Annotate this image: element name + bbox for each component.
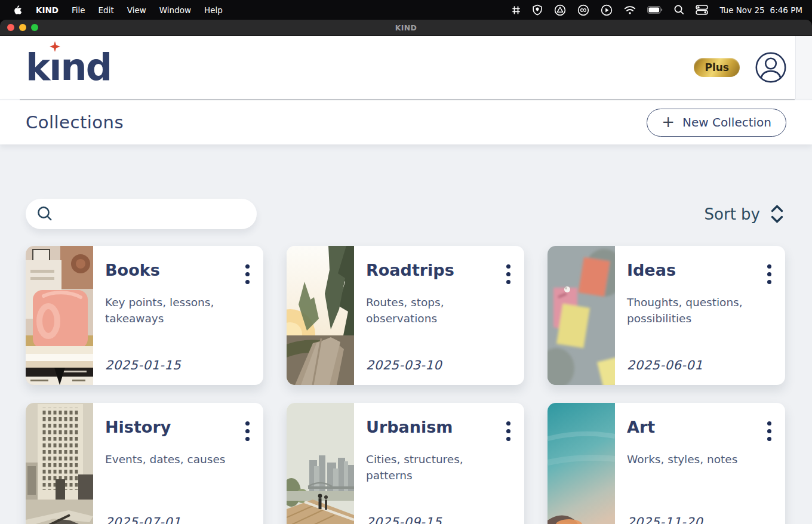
card-date: 2025-03-10 — [366, 358, 442, 372]
apple-menu[interactable] — [8, 5, 29, 15]
collection-card-history[interactable]: History Events, dates, causes 2025-07-01 — [26, 403, 263, 524]
wifi-icon[interactable] — [624, 5, 636, 15]
card-title: Books — [105, 261, 160, 279]
shield-icon[interactable] — [532, 4, 543, 16]
menubar-date: Tue Nov 25 — [719, 5, 764, 15]
logo-text-post: nd — [61, 49, 112, 86]
card-date: 2025-06-01 — [627, 358, 703, 372]
menu-edit[interactable]: Edit — [92, 5, 121, 15]
triangle-circle-icon[interactable] — [554, 4, 566, 16]
plus-plan-badge[interactable]: Plus — [694, 58, 740, 77]
window-title-bar: KIND — [0, 20, 812, 36]
card-title: Ideas — [627, 261, 676, 279]
card-title: History — [105, 418, 171, 436]
menubar-clock[interactable]: Tue Nov 25 6:46 PM — [719, 5, 802, 15]
window-title-bar-band: KIND — [0, 20, 812, 36]
keyboard-app-icon[interactable] — [512, 5, 521, 15]
card-cover-history — [26, 403, 93, 524]
menu-view[interactable]: View — [121, 5, 153, 15]
kind-logo[interactable]: kınd — [26, 49, 111, 86]
app-header: kınd Plus — [0, 36, 812, 99]
user-avatar-icon — [755, 52, 786, 83]
card-menu-button[interactable] — [500, 261, 512, 288]
window-title: KIND — [395, 23, 417, 32]
card-cover-roadtrips — [287, 246, 354, 385]
card-menu-button[interactable] — [761, 418, 773, 445]
menu-file[interactable]: File — [65, 5, 92, 15]
sort-by-label: Sort by — [705, 205, 760, 223]
card-cover-urbanism — [287, 403, 354, 524]
collection-card-art[interactable]: Art Works, styles, notes 2025-11-20 — [548, 403, 785, 524]
menu-app-name[interactable]: KIND — [29, 5, 65, 15]
card-description: Works, styles, notes — [627, 451, 773, 467]
card-cover-art — [548, 403, 615, 524]
sparkle-star-icon — [50, 41, 60, 52]
card-date: 2025-07-01 — [105, 515, 181, 524]
card-description: Cities, structures, patterns — [366, 451, 512, 483]
card-title: Urbanism — [366, 418, 453, 436]
card-title: Art — [627, 418, 655, 436]
collection-card-urbanism[interactable]: Urbanism Cities, structures, patterns 20… — [287, 403, 524, 524]
card-menu-button[interactable] — [239, 261, 251, 288]
card-date: 2025-09-15 — [366, 515, 442, 524]
minimize-window-button[interactable] — [19, 24, 26, 31]
card-description: Routes, stops, observations — [366, 294, 512, 326]
menu-window[interactable]: Window — [153, 5, 198, 15]
logo-text-i: ı — [49, 49, 60, 86]
card-title: Roadtrips — [366, 261, 454, 279]
plus-icon: + — [662, 114, 675, 130]
battery-icon[interactable] — [647, 6, 663, 14]
card-date: 2025-01-15 — [105, 358, 181, 372]
collection-card-roadtrips[interactable]: Roadtrips Routes, stops, observations 20… — [287, 246, 524, 385]
collection-card-books[interactable]: Books Key points, lessons, takeaways 202… — [26, 246, 263, 385]
macos-menu-bar: KIND File Edit View Window Help — [0, 0, 812, 20]
spotlight-icon[interactable] — [674, 5, 684, 15]
search-input[interactable] — [26, 199, 257, 229]
card-cover-books — [26, 246, 93, 385]
card-cover-ideas — [548, 246, 615, 385]
collections-grid: Books Key points, lessons, takeaways 202… — [0, 246, 812, 524]
creative-cloud-icon[interactable] — [577, 4, 589, 16]
control-center-icon[interactable] — [696, 5, 708, 15]
card-description: Key points, lessons, takeaways — [105, 294, 251, 326]
zoom-window-button[interactable] — [31, 24, 38, 31]
card-menu-button[interactable] — [500, 418, 512, 445]
card-description: Thoughts, questions, possibilities — [627, 294, 773, 326]
main-content: Sort by — [0, 179, 812, 524]
scrollbar-gutter — [795, 36, 812, 99]
new-collection-label: New Collection — [682, 115, 771, 130]
card-menu-button[interactable] — [239, 418, 251, 445]
logo-text-pre: k — [26, 49, 49, 86]
page-title: Collections — [26, 112, 124, 132]
collection-card-ideas[interactable]: Ideas Thoughts, questions, possibilities… — [548, 246, 785, 385]
app-page: kınd Plus Collections + New Collection — [0, 36, 812, 524]
card-date: 2025-11-20 — [627, 515, 703, 524]
close-window-button[interactable] — [7, 24, 14, 31]
search-bar — [26, 199, 257, 229]
card-menu-button[interactable] — [761, 261, 773, 288]
user-avatar-button[interactable] — [755, 52, 786, 83]
sort-chevrons-icon — [770, 204, 785, 224]
collections-bar: Collections + New Collection — [0, 100, 812, 144]
sort-by-control[interactable]: Sort by — [705, 199, 785, 229]
play-circle-icon[interactable] — [601, 4, 613, 16]
apple-icon — [13, 5, 22, 15]
menu-help[interactable]: Help — [198, 5, 229, 15]
new-collection-button[interactable]: + New Collection — [647, 109, 786, 137]
card-description: Events, dates, causes — [105, 451, 251, 467]
menubar-time: 6:46 PM — [770, 5, 802, 15]
window-controls — [7, 20, 38, 35]
